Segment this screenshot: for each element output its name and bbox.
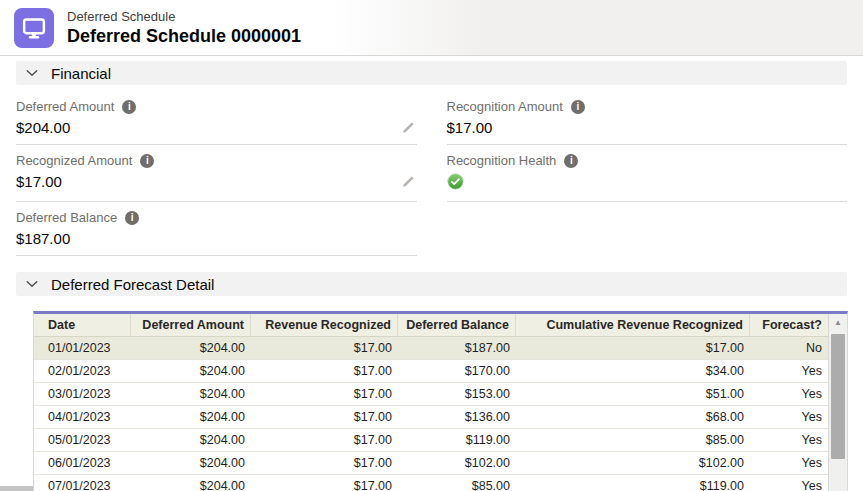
field-label-row: Deferred Balancei	[16, 211, 417, 225]
column-header-date[interactable]: Date	[34, 314, 131, 336]
field-value: $17.00	[447, 119, 493, 137]
table-cell: $204.00	[131, 429, 251, 451]
table-cell: $204.00	[131, 452, 251, 474]
table-cell: 06/01/2023	[34, 452, 131, 474]
field-value-row: $187.00	[16, 230, 417, 248]
page-title: Deferred Schedule 0000001	[67, 25, 301, 47]
table-cell: $17.00	[251, 429, 398, 451]
table-cell: $119.00	[516, 475, 750, 491]
field-label-row: Deferred Amounti	[16, 100, 417, 114]
financial-fields: Deferred Amounti$204.00Recognition Amoun…	[16, 85, 847, 256]
chevron-down-icon	[25, 66, 39, 80]
table-row[interactable]: 03/01/2023$204.00$17.00$153.00$51.00Yes	[34, 383, 828, 406]
table-cell: $204.00	[131, 383, 251, 405]
table-cell: $187.00	[398, 337, 516, 359]
forecast-section-header[interactable]: Deferred Forecast Detail	[16, 272, 847, 296]
edit-pencil-icon[interactable]	[401, 175, 415, 189]
section-title-financial: Financial	[51, 65, 111, 82]
table-cell: Yes	[750, 360, 828, 382]
field-recognition-amount: Recognition Amounti$17.00	[447, 91, 848, 145]
table-cell: $85.00	[516, 429, 750, 451]
edit-pencil-icon[interactable]	[401, 121, 415, 135]
field-label: Deferred Amount	[16, 100, 114, 114]
table-cell: $153.00	[398, 383, 516, 405]
field-label: Deferred Balance	[16, 211, 117, 225]
record-header: Deferred Schedule Deferred Schedule 0000…	[0, 0, 863, 56]
info-icon[interactable]: i	[140, 154, 154, 168]
info-icon[interactable]: i	[122, 100, 136, 114]
field-label-row: Recognized Amounti	[16, 154, 417, 168]
table-cell: 02/01/2023	[34, 360, 131, 382]
table-cell: 04/01/2023	[34, 406, 131, 428]
forecast-table: DateDeferred AmountRevenue RecognizedDef…	[33, 311, 848, 491]
table-cell: $51.00	[516, 383, 750, 405]
table-cell: Yes	[750, 475, 828, 491]
table-cell: $204.00	[131, 475, 251, 491]
table-header-row: DateDeferred AmountRevenue RecognizedDef…	[34, 314, 828, 337]
desktop-icon	[14, 8, 54, 48]
table-cell: $17.00	[251, 406, 398, 428]
table-cell: $204.00	[131, 360, 251, 382]
table-cell: $85.00	[398, 475, 516, 491]
field-value: $17.00	[16, 173, 62, 191]
table-row[interactable]: 04/01/2023$204.00$17.00$136.00$68.00Yes	[34, 406, 828, 429]
forecast-table-grid: DateDeferred AmountRevenue RecognizedDef…	[34, 314, 828, 491]
field-value-row: $204.00	[16, 119, 417, 137]
table-row[interactable]: 07/01/2023$204.00$17.00$85.00$119.00Yes	[34, 475, 828, 491]
field-value-row	[447, 173, 848, 194]
table-cell: $17.00	[251, 475, 398, 491]
table-cell: Yes	[750, 383, 828, 405]
column-header-deferred-balance[interactable]: Deferred Balance	[398, 314, 516, 336]
info-icon[interactable]: i	[571, 100, 585, 114]
table-cell: No	[750, 337, 828, 359]
field-label-row: Recognition Healthi	[447, 154, 848, 168]
table-cell: 03/01/2023	[34, 383, 131, 405]
table-row[interactable]: 01/01/2023$204.00$17.00$187.00$17.00No	[34, 337, 828, 360]
table-cell: $204.00	[131, 337, 251, 359]
chevron-down-icon	[25, 277, 39, 291]
table-row[interactable]: 05/01/2023$204.00$17.00$119.00$85.00Yes	[34, 429, 828, 452]
field-label: Recognition Health	[447, 154, 557, 168]
column-header-cumulative-revenue-recognized[interactable]: Cumulative Revenue Recognized	[516, 314, 750, 336]
table-cell: $17.00	[516, 337, 750, 359]
field-recognition-health: Recognition Healthi	[447, 145, 848, 202]
info-icon[interactable]: i	[564, 154, 578, 168]
table-cell: 01/01/2023	[34, 337, 131, 359]
table-cell: $17.00	[251, 337, 398, 359]
table-row[interactable]: 06/01/2023$204.00$17.00$102.00$102.00Yes	[34, 452, 828, 475]
field-value-row: $17.00	[447, 119, 848, 137]
record-page: Deferred Schedule Deferred Schedule 0000…	[0, 0, 863, 491]
field-value-row: $17.00	[16, 173, 417, 191]
table-cell: $136.00	[398, 406, 516, 428]
column-header-forecast[interactable]: Forecast?	[750, 314, 828, 336]
field-label: Recognition Amount	[447, 100, 563, 114]
field-value: $187.00	[16, 230, 70, 248]
table-cell: 05/01/2023	[34, 429, 131, 451]
success-check-icon	[447, 173, 464, 194]
table-cell: $204.00	[131, 406, 251, 428]
table-scrollbar[interactable]: ▲	[828, 314, 847, 491]
table-cell: $119.00	[398, 429, 516, 451]
field-label: Recognized Amount	[16, 154, 132, 168]
table-cell: $17.00	[251, 383, 398, 405]
table-cell: Yes	[750, 406, 828, 428]
table-cell: $102.00	[516, 452, 750, 474]
field-deferred-amount: Deferred Amounti$204.00	[16, 91, 417, 145]
table-cell: 07/01/2023	[34, 475, 131, 491]
scroll-up-arrow[interactable]: ▲	[829, 317, 847, 329]
table-cell: $34.00	[516, 360, 750, 382]
table-cell: $17.00	[251, 452, 398, 474]
field-recognized-amount: Recognized Amounti$17.00	[16, 145, 417, 202]
table-cell: $170.00	[398, 360, 516, 382]
scrollbar-thumb[interactable]	[831, 334, 845, 459]
table-cell: $68.00	[516, 406, 750, 428]
column-header-deferred-amount[interactable]: Deferred Amount	[131, 314, 251, 336]
table-cell: Yes	[750, 429, 828, 451]
object-label: Deferred Schedule	[67, 9, 301, 25]
table-cell: Yes	[750, 452, 828, 474]
financial-section-header[interactable]: Financial	[16, 61, 847, 85]
column-header-revenue-recognized[interactable]: Revenue Recognized	[251, 314, 398, 336]
info-icon[interactable]: i	[125, 211, 139, 225]
field-deferred-balance: Deferred Balancei$187.00	[16, 202, 417, 256]
table-row[interactable]: 02/01/2023$204.00$17.00$170.00$34.00Yes	[34, 360, 828, 383]
